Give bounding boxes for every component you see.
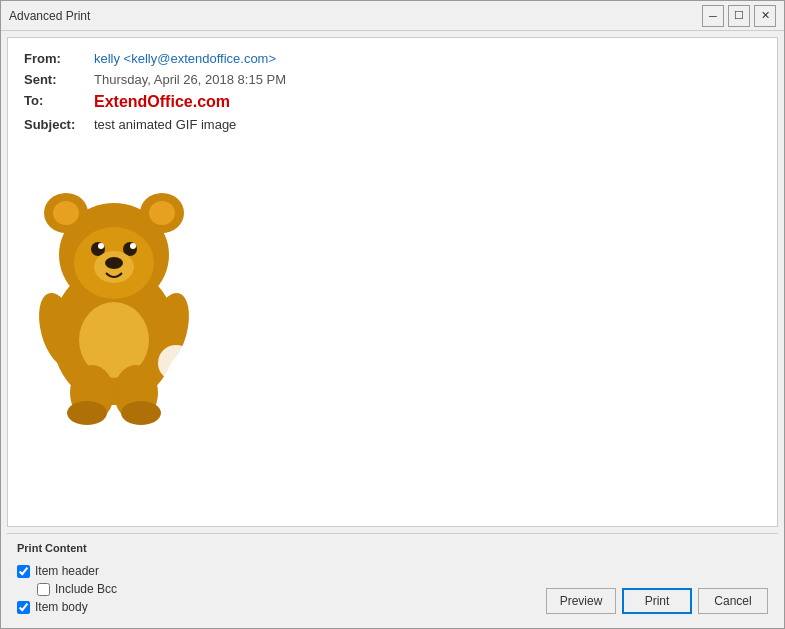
include-bcc-row: Include Bcc: [37, 582, 117, 596]
to-value: ExtendOffice.com: [94, 90, 761, 114]
item-body-row: Item body: [17, 600, 117, 614]
item-body-checkbox[interactable]: [17, 601, 30, 614]
sent-row: Sent: Thursday, April 26, 2018 8:15 PM: [24, 69, 761, 90]
title-bar-controls: ─ ☐ ✕: [702, 5, 776, 27]
item-header-row: Item header: [17, 564, 117, 578]
maximize-button[interactable]: ☐: [728, 5, 750, 27]
maximize-icon: ☐: [734, 9, 744, 22]
cancel-button[interactable]: Cancel: [698, 588, 768, 614]
from-row: From: kelly <kelly@extendoffice.com>: [24, 48, 761, 69]
bottom-panel: Print Content Item header Include Bcc It…: [7, 533, 778, 622]
from-value: kelly <kelly@extendoffice.com>: [94, 48, 761, 69]
close-icon: ✕: [761, 9, 770, 22]
window-title: Advanced Print: [9, 9, 702, 23]
svg-point-5: [149, 201, 175, 225]
item-header-label[interactable]: Item header: [35, 564, 99, 578]
subject-label: Subject:: [24, 114, 94, 135]
svg-point-16: [158, 345, 194, 381]
minimize-button[interactable]: ─: [702, 5, 724, 27]
svg-point-3: [53, 201, 79, 225]
item-header-checkbox[interactable]: [17, 565, 30, 578]
sent-label: Sent:: [24, 69, 94, 90]
action-buttons: Preview Print Cancel: [546, 588, 768, 614]
to-label: To:: [24, 90, 94, 114]
bear-image: [24, 145, 204, 425]
title-bar: Advanced Print ─ ☐ ✕: [1, 1, 784, 31]
to-row: To: ExtendOffice.com: [24, 90, 761, 114]
advanced-print-window: Advanced Print ─ ☐ ✕ From: kelly <kelly@…: [0, 0, 785, 629]
from-label: From:: [24, 48, 94, 69]
svg-point-20: [121, 401, 161, 425]
print-button[interactable]: Print: [622, 588, 692, 614]
print-content-label: Print Content: [17, 542, 117, 554]
item-body-label[interactable]: Item body: [35, 600, 88, 614]
svg-point-12: [105, 257, 123, 269]
bear-svg: [24, 145, 204, 425]
close-button[interactable]: ✕: [754, 5, 776, 27]
email-header-table: From: kelly <kelly@extendoffice.com> Sen…: [24, 48, 761, 135]
email-preview-pane: From: kelly <kelly@extendoffice.com> Sen…: [7, 37, 778, 527]
subject-value: test animated GIF image: [94, 114, 761, 135]
svg-point-10: [130, 243, 136, 249]
svg-point-19: [67, 401, 107, 425]
sent-value: Thursday, April 26, 2018 8:15 PM: [94, 69, 761, 90]
content-area: From: kelly <kelly@extendoffice.com> Sen…: [1, 31, 784, 628]
svg-point-9: [98, 243, 104, 249]
preview-button[interactable]: Preview: [546, 588, 616, 614]
minimize-icon: ─: [709, 10, 717, 22]
bottom-row: Print Content Item header Include Bcc It…: [17, 542, 768, 614]
include-bcc-checkbox[interactable]: [37, 583, 50, 596]
email-body: [24, 145, 761, 425]
subject-row: Subject: test animated GIF image: [24, 114, 761, 135]
include-bcc-label[interactable]: Include Bcc: [55, 582, 117, 596]
checkboxes-group: Print Content Item header Include Bcc It…: [17, 542, 117, 614]
